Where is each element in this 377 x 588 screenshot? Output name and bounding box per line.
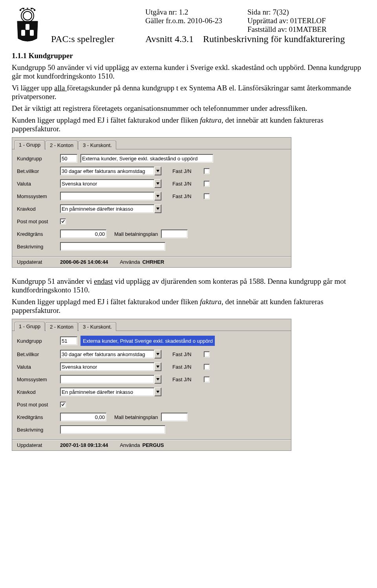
kundgrupp-number-input[interactable] <box>60 336 77 345</box>
fast-checkbox-1[interactable] <box>204 168 210 174</box>
para-51-b: Kunden ligger upplagd med EJ i fältet fa… <box>12 298 365 315</box>
kravkod-dropdown-button[interactable] <box>154 388 161 396</box>
svg-rect-8 <box>21 30 25 36</box>
betvillkor-input[interactable] <box>60 167 154 175</box>
lbl-fast-1: Fast J/N <box>172 351 204 357</box>
dialog-footer: Uppdaterat 2006-06-26 14:06:44 Använda C… <box>12 256 291 265</box>
beskrivning-input[interactable] <box>60 425 165 434</box>
momssystem-input[interactable] <box>60 192 154 200</box>
para-50-b: Vi lägger upp alla företagskunder på den… <box>12 84 365 101</box>
betvillkor-dropdown-button[interactable] <box>154 167 161 175</box>
dialog-footer: Uppdaterat 2007-01-18 09:13:44 Använda P… <box>12 439 291 448</box>
kravkod-input[interactable] <box>60 388 154 396</box>
lbl-anvanda: Använda <box>120 259 140 265</box>
lbl-mall: Mall betalningsplan <box>114 414 158 420</box>
mall-input[interactable] <box>161 230 188 238</box>
lbl-uppdaterat: Uppdaterat <box>17 259 60 265</box>
para-51-a: Kundgrupp 51 använder vi endast vid uppl… <box>12 277 365 294</box>
lbl-betvillkor: Bet.villkor <box>17 351 60 357</box>
lbl-kundgrupp: Kundgrupp <box>17 338 60 344</box>
momssystem-dropdown-button[interactable] <box>154 375 161 384</box>
anvanda-value: CHRHER <box>142 259 164 265</box>
tab-grupp[interactable]: 1 - Grupp <box>15 140 45 149</box>
valuta-input[interactable] <box>60 362 154 371</box>
kundgrupp-50-dialog: 1 - Grupp 2 - Konton 3 - Kurskont. Kundg… <box>12 137 291 268</box>
tab-grupp[interactable]: 1 - Grupp <box>15 322 45 331</box>
lbl-kundgrupp: Kundgrupp <box>17 156 60 162</box>
svg-point-6 <box>34 9 35 11</box>
tab-kurskont[interactable]: 3 - Kurskont. <box>79 322 116 331</box>
svg-point-3 <box>23 8 24 9</box>
valuta-dropdown-button[interactable] <box>154 362 161 371</box>
fast-checkbox-3[interactable] <box>204 193 210 199</box>
uppdaterat-value: 2007-01-18 09:13:44 <box>60 442 108 448</box>
fast-checkbox-3[interactable] <box>204 377 210 382</box>
svg-point-4 <box>27 8 28 9</box>
avsnitt-line: Avsnitt 4.3.1 Rutinbeskrivning för kundf… <box>145 34 365 44</box>
momssystem-input[interactable] <box>60 375 154 384</box>
kundgrupp-name-input[interactable] <box>81 336 214 345</box>
fast-checkbox-2[interactable] <box>204 364 210 370</box>
svg-point-2 <box>20 9 21 11</box>
para-50-c: Det är viktigt att registrera företagets… <box>12 104 365 113</box>
kreditgrans-input[interactable] <box>60 230 106 238</box>
lbl-betvillkor: Bet.villkor <box>17 168 60 174</box>
beskrivning-input[interactable] <box>60 242 165 251</box>
mall-input[interactable] <box>161 413 188 421</box>
uppdaterat-value: 2006-06-26 14:06:44 <box>60 259 108 265</box>
lbl-beskrivning: Beskrivning <box>17 244 60 250</box>
lbl-kreditgrans: Kreditgräns <box>17 414 60 420</box>
kreditgrans-input[interactable] <box>60 413 106 421</box>
fast-checkbox-1[interactable] <box>204 351 210 357</box>
section-heading: 1.1.1 Kundgrupper <box>12 51 365 60</box>
fast-checkbox-2[interactable] <box>204 181 210 187</box>
lbl-kravkod: Kravkod <box>17 206 60 212</box>
valuta-input[interactable] <box>60 179 154 188</box>
kundgrupp-number-input[interactable] <box>60 154 77 163</box>
betvillkor-input[interactable] <box>60 350 154 358</box>
lbl-beskrivning: Beskrivning <box>17 427 60 433</box>
tabs: 1 - Grupp 2 - Konton 3 - Kurskont. <box>12 319 291 331</box>
para-50-d: Kunden ligger upplagd med EJ i fältet fa… <box>12 116 365 133</box>
momssystem-dropdown-button[interactable] <box>154 192 161 200</box>
tab-konton[interactable]: 2 - Konton <box>46 322 78 331</box>
upprattad-label: Upprättad av: 01TERLOF <box>247 17 365 25</box>
svg-rect-9 <box>30 30 34 36</box>
tab-konton[interactable]: 2 - Konton <box>46 141 78 149</box>
lbl-valuta: Valuta <box>17 181 60 187</box>
lbl-uppdaterat: Uppdaterat <box>17 442 60 448</box>
utgava-label: Utgåva nr: 1.2 <box>145 8 243 17</box>
lbl-kreditgrans: Kreditgräns <box>17 231 60 237</box>
lbl-valuta: Valuta <box>17 364 60 370</box>
svg-rect-7 <box>26 24 29 30</box>
document-header: Utgåva nr: 1.2 Sida nr: 7(32) Gäller fr.… <box>12 8 365 44</box>
lbl-postmotpost: Post mot post <box>17 402 60 408</box>
lbl-momssystem: Momssystem <box>17 193 60 199</box>
para-50-a: Kundgrupp 50 använder vi vid upplägg av … <box>12 63 365 81</box>
betvillkor-dropdown-button[interactable] <box>154 350 161 358</box>
crest-logo-icon <box>12 8 43 43</box>
postmotpost-checkbox[interactable] <box>60 219 66 224</box>
postmotpost-checkbox[interactable] <box>60 402 66 408</box>
tab-kurskont[interactable]: 3 - Kurskont. <box>79 141 116 149</box>
lbl-fast-2: Fast J/N <box>172 364 204 370</box>
tabs: 1 - Grupp 2 - Konton 3 - Kurskont. <box>12 138 291 149</box>
svg-point-1 <box>23 11 32 20</box>
faststalld-label: Fastställd av: 01MATBER <box>247 25 365 34</box>
lbl-fast-2: Fast J/N <box>172 181 204 187</box>
kundgrupp-name-input[interactable] <box>81 154 213 163</box>
sida-label: Sida nr: 7(32) <box>247 8 365 17</box>
lbl-momssystem: Momssystem <box>17 377 60 382</box>
valuta-dropdown-button[interactable] <box>154 179 161 188</box>
svg-point-5 <box>31 8 32 9</box>
lbl-fast-3: Fast J/N <box>172 377 204 382</box>
kundgrupp-51-dialog: 1 - Grupp 2 - Konton 3 - Kurskont. Kundg… <box>12 319 291 451</box>
lbl-postmotpost: Post mot post <box>17 219 60 224</box>
lbl-anvanda: Använda <box>120 442 140 448</box>
anvanda-value: PERGUS <box>142 442 164 448</box>
lbl-kravkod: Kravkod <box>17 389 60 395</box>
lbl-mall: Mall betalningsplan <box>114 231 158 237</box>
kravkod-dropdown-button[interactable] <box>154 204 161 213</box>
galler-label: Gäller fr.o.m. 2010-06-23 <box>145 17 243 25</box>
kravkod-input[interactable] <box>60 204 154 213</box>
